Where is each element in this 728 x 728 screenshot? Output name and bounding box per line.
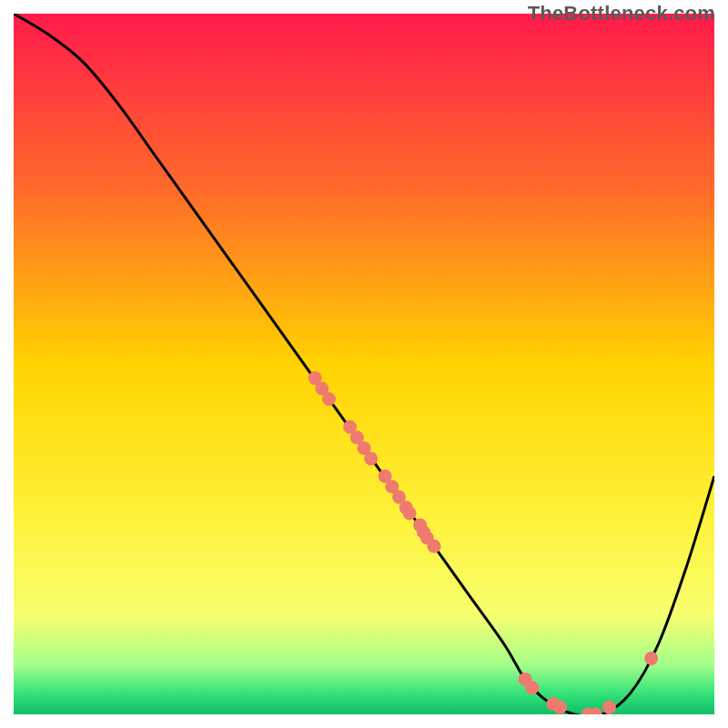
watermark-text: TheBottleneck.com [528,2,715,25]
curve-marker [525,681,539,694]
chart-stage: TheBottleneck.com [0,0,728,728]
curve-marker [364,451,378,465]
curve-marker [403,507,417,521]
curve-marker [322,392,336,406]
curve-marker [553,701,567,714]
curve-marker [602,701,616,714]
curve-marker [644,652,658,665]
marker-layer [14,14,714,714]
plot-area [14,14,714,714]
curve-marker [428,540,441,553]
